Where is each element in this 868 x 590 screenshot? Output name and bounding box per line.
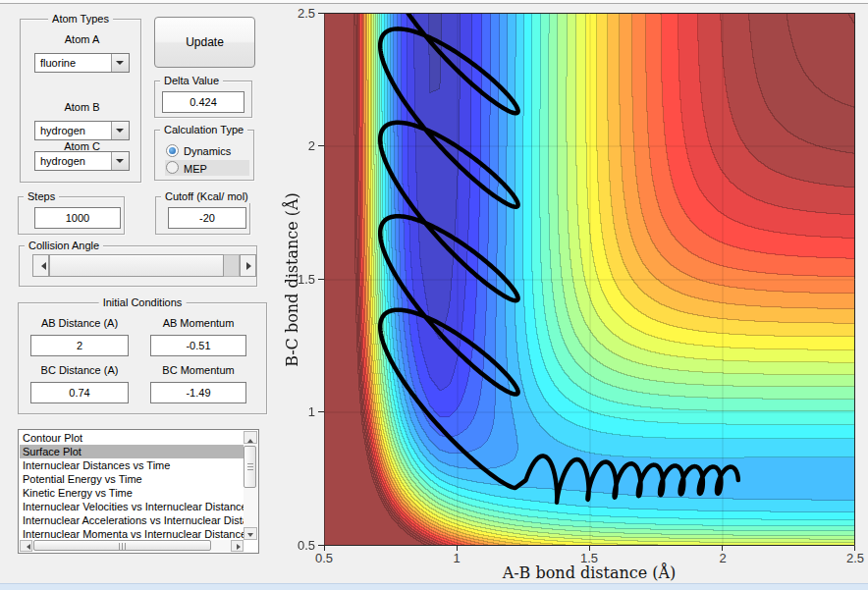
x-tick-label: 0.5 bbox=[304, 551, 344, 565]
steps-title: Steps bbox=[24, 190, 59, 203]
ab-distance-label: AB Distance (A) bbox=[30, 317, 129, 329]
list-item[interactable]: Internuclear Distances vs Time bbox=[20, 458, 244, 472]
chevron-down-icon bbox=[116, 129, 124, 136]
atom-a-dropdown[interactable]: fluorine bbox=[34, 53, 130, 73]
cutoff-field[interactable]: -20 bbox=[168, 207, 246, 229]
update-button-label: Update bbox=[186, 35, 224, 49]
horizontal-scroll-thumb[interactable] bbox=[33, 540, 211, 551]
arrow-down-icon bbox=[247, 533, 253, 540]
x-tickmark bbox=[722, 546, 723, 551]
atom-b-label: Atom B bbox=[34, 101, 130, 113]
atom-b-value: hydrogen bbox=[40, 122, 85, 139]
y-tickmark bbox=[318, 13, 324, 14]
mep-radio-label: MEP bbox=[184, 163, 207, 175]
scroll-grip bbox=[247, 463, 253, 471]
atom-a-value: fluorine bbox=[40, 54, 76, 72]
initial-conditions-title: Initial Conditions bbox=[99, 296, 187, 309]
atom-b-dropdown-button[interactable] bbox=[111, 122, 129, 139]
scroll-up-button[interactable] bbox=[244, 431, 257, 444]
update-button[interactable]: Update bbox=[154, 17, 255, 68]
atom-c-dropdown[interactable]: hydrogen bbox=[34, 151, 130, 171]
delta-value-field[interactable]: 0.424 bbox=[162, 91, 244, 113]
mep-radio[interactable] bbox=[166, 161, 179, 174]
dynamics-radio[interactable] bbox=[166, 144, 179, 157]
arrow-left-icon bbox=[24, 544, 30, 550]
arrow-right-icon bbox=[246, 262, 255, 270]
ab-momentum-label: AB Momentum bbox=[150, 317, 246, 329]
initial-conditions-groupbox: Initial Conditions AB Distance (A) AB Mo… bbox=[18, 302, 267, 414]
chevron-down-icon bbox=[116, 61, 124, 69]
list-item[interactable]: Internuclear Momenta vs Internuclear Dis… bbox=[20, 527, 244, 540]
ab-momentum-field[interactable]: -0.51 bbox=[150, 335, 246, 356]
y-tickmark bbox=[318, 545, 324, 546]
y-tick-label: 0.5 bbox=[282, 538, 315, 553]
arrow-up-icon bbox=[247, 436, 253, 443]
x-tick-label: 2.5 bbox=[836, 551, 868, 565]
delta-value-groupbox: Delta Value 0.424 bbox=[154, 80, 252, 118]
y-tick-label: 1 bbox=[282, 404, 315, 419]
y-axis-label: B-C bond distance (Å) bbox=[283, 192, 301, 367]
slider-groove[interactable] bbox=[224, 254, 240, 277]
y-tickmark bbox=[318, 411, 324, 412]
x-tickmark bbox=[457, 546, 458, 551]
y-tickmark bbox=[318, 279, 324, 280]
list-item[interactable]: Contour Plot bbox=[20, 431, 244, 445]
y-tick-label: 2 bbox=[282, 138, 315, 153]
atom-c-dropdown-button[interactable] bbox=[111, 152, 129, 170]
x-axis-label: A-B bond distance (Å) bbox=[452, 563, 727, 582]
atom-b-dropdown[interactable]: hydrogen bbox=[34, 121, 130, 140]
delta-value-title: Delta Value bbox=[160, 75, 223, 87]
app-window: Atom Types Atom A fluorine Atom B hydrog… bbox=[0, 0, 868, 590]
calculation-type-groupbox: Calculation Type Dynamics MEP bbox=[154, 130, 254, 181]
scroll-left-button[interactable] bbox=[20, 540, 32, 552]
plot-type-listbox[interactable]: Contour Plot Surface Plot Internuclear D… bbox=[18, 429, 259, 554]
arrow-left-icon bbox=[37, 262, 46, 270]
bc-distance-field[interactable]: 0.74 bbox=[30, 382, 129, 403]
calculation-type-title: Calculation Type bbox=[160, 124, 247, 136]
slider-left-arrow-button[interactable] bbox=[32, 254, 49, 277]
bc-distance-label: BC Distance (A) bbox=[30, 364, 129, 376]
listbox-horizontal-scrollbar[interactable] bbox=[20, 540, 244, 552]
slider-right-arrow-button[interactable] bbox=[240, 254, 256, 277]
atom-types-title: Atom Types bbox=[48, 13, 113, 26]
x-tickmark bbox=[589, 546, 590, 551]
chevron-down-icon bbox=[116, 159, 124, 167]
collision-angle-title: Collision Angle bbox=[25, 240, 103, 252]
listbox-vertical-scrollbar[interactable] bbox=[244, 431, 257, 540]
list-item[interactable]: Potential Energy vs Time bbox=[20, 472, 244, 486]
scroll-right-button[interactable] bbox=[231, 540, 244, 552]
scroll-down-button[interactable] bbox=[244, 527, 257, 540]
atom-a-label: Atom A bbox=[34, 33, 130, 45]
plot-type-list-rows: Contour Plot Surface Plot Internuclear D… bbox=[20, 431, 244, 540]
cutoff-groupbox: Cutoff (Kcal/ mol) -20 bbox=[155, 196, 250, 235]
x-tickmark bbox=[324, 546, 325, 551]
window-bottom-edge bbox=[0, 583, 868, 590]
list-item[interactable]: Internuclear Accelerations vs Internucle… bbox=[20, 513, 244, 527]
collision-angle-slider[interactable] bbox=[32, 254, 256, 277]
slider-thumb[interactable] bbox=[49, 254, 224, 277]
x-tickmark bbox=[854, 546, 855, 551]
dynamics-radio-label: Dynamics bbox=[184, 145, 231, 157]
ab-distance-field[interactable]: 2 bbox=[30, 335, 129, 356]
steps-groupbox: Steps 1000 bbox=[18, 196, 125, 235]
atom-c-value: hydrogen bbox=[40, 152, 85, 170]
scroll-grip bbox=[119, 543, 127, 550]
cutoff-title: Cutoff (Kcal/ mol) bbox=[161, 190, 252, 203]
bc-momentum-field[interactable]: -1.49 bbox=[150, 382, 246, 403]
list-item[interactable]: Internuclear Velocities vs Internuclear … bbox=[20, 500, 244, 513]
atom-a-dropdown-button[interactable] bbox=[111, 54, 129, 72]
bc-momentum-label: BC Momentum bbox=[150, 364, 246, 376]
arrow-right-icon bbox=[237, 544, 244, 550]
collision-angle-groupbox: Collision Angle bbox=[19, 245, 257, 287]
window-top-edge bbox=[0, 0, 868, 4]
list-item-selected[interactable]: Surface Plot bbox=[20, 445, 244, 458]
y-tickmark bbox=[318, 145, 324, 146]
y-tick-label: 2.5 bbox=[282, 6, 315, 21]
list-item[interactable]: Kinetic Energy vs Time bbox=[20, 486, 244, 500]
pes-contour-plot bbox=[324, 13, 855, 546]
vertical-scroll-thumb[interactable] bbox=[244, 446, 256, 488]
atom-types-groupbox: Atom Types Atom A fluorine Atom B hydrog… bbox=[20, 19, 141, 183]
steps-field[interactable]: 1000 bbox=[34, 207, 121, 229]
